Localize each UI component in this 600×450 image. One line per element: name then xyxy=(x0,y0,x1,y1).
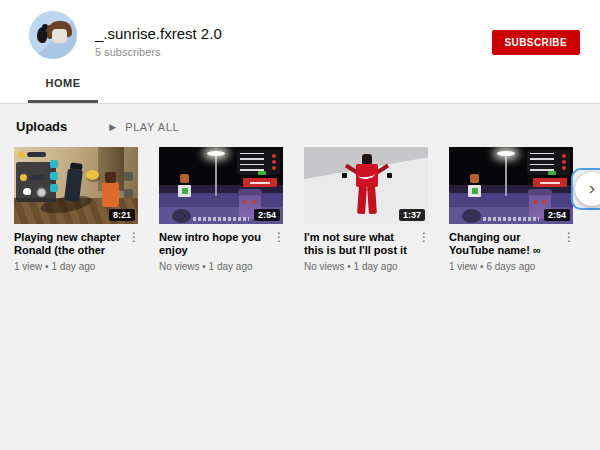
thumbnail-art xyxy=(258,171,266,175)
thumbnail-art xyxy=(342,173,347,178)
carousel-next-focus-ring: › xyxy=(571,168,600,210)
video-menu-icon[interactable]: ⋮ xyxy=(273,231,283,257)
play-icon: ▶ xyxy=(109,122,116,132)
leaderboard-panel xyxy=(237,150,280,175)
thumbnail-art xyxy=(387,173,392,178)
thumbnail-art xyxy=(180,174,189,183)
avatar-face xyxy=(52,29,67,43)
coin-icon xyxy=(18,151,25,158)
video-menu-icon[interactable]: ⋮ xyxy=(563,231,573,257)
video-menu-icon[interactable]: ⋮ xyxy=(418,231,428,257)
video-thumbnail[interactable]: 2:54 xyxy=(449,147,573,224)
video-meta: 1 view • 6 days ago xyxy=(449,261,573,272)
tab-home[interactable]: HOME xyxy=(28,77,98,103)
camera-icon xyxy=(124,172,133,181)
thumbnail-art xyxy=(548,171,556,175)
avatar-bird-icon xyxy=(37,27,47,43)
thumbnail-art xyxy=(272,166,276,170)
chevron-right-icon: › xyxy=(589,177,595,199)
thumbnail-art xyxy=(497,151,515,156)
thumbnail-art xyxy=(362,154,372,164)
thumbnail-art xyxy=(530,153,554,172)
thumbnail-art xyxy=(562,166,566,170)
video-card[interactable]: 2:54 New intro hope you enjoy ⋮ No views… xyxy=(159,147,283,272)
channel-header: _.sunrise.fxrest 2.0 5 subscribers SUBSC… xyxy=(0,0,600,104)
video-title[interactable]: New intro hope you enjoy xyxy=(159,231,273,257)
video-thumbnail[interactable]: 1:37 xyxy=(304,147,428,224)
brush-icon xyxy=(124,189,133,198)
video-meta: No views • 1 day ago xyxy=(159,261,283,272)
duration-badge: 1:37 xyxy=(399,209,425,221)
video-menu-icon[interactable]: ⋮ xyxy=(128,231,138,257)
channel-name: _.sunrise.fxrest 2.0 xyxy=(95,25,222,42)
uploads-section-title: Uploads xyxy=(16,119,67,134)
video-thumbnail[interactable]: 2:54 xyxy=(159,147,283,224)
thumbnail-art xyxy=(172,209,191,223)
thumbnail-art xyxy=(272,160,276,164)
thumbnail-art xyxy=(105,172,116,183)
leaderboard-panel xyxy=(527,150,570,175)
thumbnail-art xyxy=(240,153,264,172)
thumbnail-art xyxy=(30,175,44,180)
uploads-header-row: Uploads ▶ PLAY ALL xyxy=(0,104,600,134)
duration-badge: 8:21 xyxy=(109,209,135,221)
carousel-next-button[interactable]: › xyxy=(575,172,600,206)
video-title[interactable]: Playing new chapter Ronald (the other pe… xyxy=(14,231,128,257)
video-card[interactable]: 2:54 Changing our YouTube name! ∞ (adopt… xyxy=(449,147,573,272)
video-meta: No views • 1 day ago xyxy=(304,261,428,272)
video-thumbnail[interactable]: 8:21 xyxy=(14,147,138,224)
video-title[interactable]: Changing our YouTube name! ∞ (adopt me t… xyxy=(449,231,563,257)
thumbnail-art xyxy=(243,178,277,187)
twitter-icon xyxy=(23,188,31,195)
game-hud-panel xyxy=(16,162,56,202)
thumbnail-art xyxy=(468,185,481,197)
video-title[interactable]: I'm not sure what this is but I'll post … xyxy=(304,231,418,257)
play-all-label: PLAY ALL xyxy=(125,121,179,133)
coin-icon xyxy=(20,174,27,181)
gear-icon xyxy=(38,189,45,196)
thumbnail-art xyxy=(215,154,217,196)
phone-icon xyxy=(50,172,58,180)
thumbnail-art xyxy=(505,154,507,196)
thumbnail-art xyxy=(178,185,191,197)
thumbnail-art xyxy=(562,154,566,158)
video-card[interactable]: 8:21 Playing new chapter Ronald (the oth… xyxy=(14,147,138,272)
thumbnail-art xyxy=(207,151,225,156)
thumbnail-art xyxy=(102,182,119,207)
thumbnail-art xyxy=(193,217,249,221)
thumbnail-art xyxy=(367,186,377,214)
thumbnail-art xyxy=(533,178,567,187)
thumbnail-art xyxy=(470,174,479,183)
thumbnail-art xyxy=(462,209,481,223)
channel-avatar xyxy=(29,11,77,59)
video-card[interactable]: 1:37 I'm not sure what this is but I'll … xyxy=(304,147,428,272)
thumbnail-art xyxy=(86,170,99,180)
phone-icon xyxy=(50,160,58,168)
video-meta: 1 view • 1 day ago xyxy=(14,261,138,272)
channel-content: Uploads ▶ PLAY ALL xyxy=(0,104,600,450)
thumbnail-art xyxy=(483,217,539,221)
phone-icon xyxy=(50,184,58,192)
uploads-shelf: 8:21 Playing new chapter Ronald (the oth… xyxy=(0,147,600,272)
thumbnail-art xyxy=(356,164,378,187)
thumbnail-art xyxy=(562,160,566,164)
play-all-button[interactable]: ▶ PLAY ALL xyxy=(109,121,179,133)
thumbnail-art xyxy=(272,154,276,158)
thumbnail-art xyxy=(27,152,46,157)
subscriber-count: 5 subscribers xyxy=(95,46,160,58)
duration-badge: 2:54 xyxy=(544,209,570,221)
duration-badge: 2:54 xyxy=(254,209,280,221)
thumbnail-art xyxy=(357,186,367,214)
subscribe-button[interactable]: SUBSCRIBE xyxy=(492,30,581,55)
